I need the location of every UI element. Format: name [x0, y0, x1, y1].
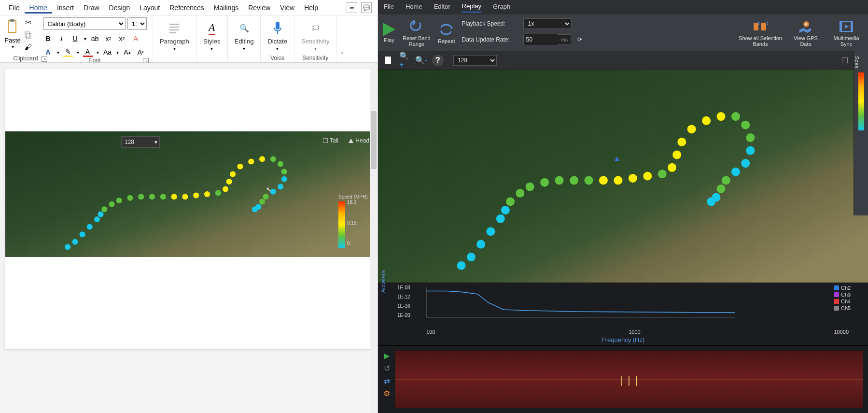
font-color-dropdown-icon[interactable]: ▾: [97, 50, 99, 55]
tab-layout[interactable]: Layout: [135, 2, 165, 14]
grow-font-icon[interactable]: A▴: [123, 47, 132, 57]
text-effects-dropdown-icon[interactable]: ▾: [57, 50, 59, 55]
change-case-icon[interactable]: Aa: [103, 47, 112, 57]
paste-dropdown-icon[interactable]: ▾: [12, 44, 14, 49]
gps-track: [5, 131, 372, 257]
tab-file[interactable]: File: [4, 2, 25, 14]
italic-button[interactable]: I: [57, 34, 67, 43]
underline-dropdown-icon[interactable]: ▾: [84, 36, 86, 42]
zoom-in-icon[interactable]: 🔍+: [399, 55, 411, 66]
share-icon[interactable]: ➦: [347, 2, 357, 13]
gps-map[interactable]: [378, 70, 868, 283]
tab-references[interactable]: References: [165, 2, 209, 14]
shrink-font-icon[interactable]: A▾: [136, 47, 146, 57]
svg-point-70: [668, 163, 676, 172]
wave-play-icon[interactable]: ▶: [382, 351, 392, 360]
tab-mailings[interactable]: Mailings: [209, 2, 243, 14]
editing-button[interactable]: 🔍 Editing ▾: [232, 17, 257, 53]
playback-speed-select[interactable]: 1x: [523, 18, 572, 29]
paste-button[interactable]: Paste: [4, 37, 20, 44]
svg-point-25: [193, 193, 199, 199]
waveform-track[interactable]: | | |: [395, 351, 863, 408]
svg-point-68: [643, 172, 652, 181]
tab-file[interactable]: File: [384, 3, 394, 12]
cut-icon[interactable]: ✂: [23, 17, 33, 27]
frequency-graph[interactable]: Accelera 1E-08 1E-12 1E-16 1E-20 100 100…: [378, 283, 868, 345]
tab-replay[interactable]: Replay: [462, 2, 481, 13]
zoom-out-icon[interactable]: 🔍-: [416, 55, 427, 66]
superscript-button[interactable]: x2: [117, 34, 127, 43]
map-zoom-select[interactable]: 128: [453, 55, 497, 66]
svg-point-29: [226, 179, 232, 185]
data-rate-input[interactable]: [524, 34, 558, 45]
subscript-button[interactable]: x2: [104, 34, 113, 43]
vertical-scrollbar[interactable]: [370, 63, 378, 413]
svg-point-57: [501, 206, 510, 214]
font-color-icon[interactable]: A: [83, 47, 93, 57]
view-gps-button[interactable]: View GPS Data: [789, 19, 823, 47]
undo-icon: [409, 19, 424, 34]
tab-help[interactable]: Help: [299, 2, 323, 14]
svg-point-60: [526, 183, 534, 191]
repeat-button[interactable]: Repeat: [438, 22, 455, 44]
collapse-ribbon-icon[interactable]: ˄: [336, 15, 348, 62]
new-doc-icon[interactable]: [383, 55, 394, 66]
svg-point-59: [516, 189, 524, 198]
highlight-dropdown-icon[interactable]: ▾: [77, 50, 79, 55]
tab-view[interactable]: View: [275, 2, 299, 14]
clear-format-icon[interactable]: A̶: [131, 34, 140, 43]
tab-graph[interactable]: Graph: [493, 3, 510, 12]
tab-home[interactable]: Home: [406, 3, 422, 12]
tab-home[interactable]: Home: [25, 2, 52, 14]
svg-rect-1: [10, 19, 14, 22]
svg-point-28: [223, 186, 228, 192]
tag-icon: 🏷: [307, 19, 324, 37]
comments-icon[interactable]: 💬: [361, 2, 372, 13]
styles-button[interactable]: A Styles ▾: [200, 17, 224, 53]
document-area[interactable]: 128▾ Tail Head Speed (MPH) 18.3 9.15 0: [0, 63, 378, 413]
reset-band-button[interactable]: Reset Band Range: [402, 19, 431, 47]
svg-point-75: [717, 112, 726, 121]
svg-point-17: [109, 201, 114, 207]
dictate-button[interactable]: Dictate ▾: [265, 17, 290, 53]
case-dropdown-icon[interactable]: ▾: [116, 50, 119, 55]
wave-reset-icon[interactable]: ↺: [382, 363, 392, 373]
tab-design[interactable]: Design: [104, 2, 135, 14]
paste-icon[interactable]: [4, 17, 21, 37]
svg-point-35: [278, 161, 283, 167]
refresh-icon[interactable]: ⟳: [575, 32, 585, 47]
tail-checkbox[interactable]: [842, 57, 848, 63]
font-size-select[interactable]: 11: [127, 17, 147, 30]
copy-icon[interactable]: [23, 30, 33, 40]
underline-button[interactable]: U: [70, 34, 80, 43]
strike-button[interactable]: ab: [90, 34, 100, 43]
paragraph-button[interactable]: Paragraph ▾: [157, 17, 192, 53]
svg-point-61: [540, 178, 549, 187]
wave-loop-icon[interactable]: ⇄: [382, 376, 392, 385]
svg-rect-8: [276, 22, 280, 29]
show-selection-bands-button[interactable]: Show all Selection Bands: [739, 19, 782, 47]
tab-editor[interactable]: Editor: [434, 3, 450, 12]
font-name-select[interactable]: Calibri (Body): [43, 17, 126, 30]
multimedia-sync-button[interactable]: Multimedia Sync: [829, 19, 863, 47]
wave-settings-icon[interactable]: ⚙: [382, 388, 392, 398]
svg-point-21: [149, 194, 155, 199]
chevron-down-icon: ▾: [210, 46, 213, 51]
highlight-icon[interactable]: ✎: [63, 47, 73, 57]
svg-point-77: [741, 121, 750, 129]
tab-draw[interactable]: Draw: [79, 2, 104, 14]
chevron-down-icon: ▾: [173, 46, 176, 51]
svg-point-10: [65, 244, 70, 250]
bold-button[interactable]: B: [43, 34, 53, 43]
svg-point-16: [101, 206, 107, 212]
tab-insert[interactable]: Insert: [52, 2, 79, 14]
word-app: File Home Insert Draw Design Layout Refe…: [0, 0, 378, 413]
format-painter-icon[interactable]: 🖌: [23, 43, 33, 52]
scroll-thumb[interactable]: [371, 111, 377, 169]
help-icon[interactable]: ?: [432, 55, 444, 66]
play-button[interactable]: Play: [383, 23, 395, 43]
tab-review[interactable]: Review: [243, 2, 275, 14]
svg-point-72: [677, 138, 686, 146]
svg-point-82: [722, 176, 730, 185]
sensitivity-button[interactable]: 🏷 Sensitivity ▾: [298, 17, 333, 53]
